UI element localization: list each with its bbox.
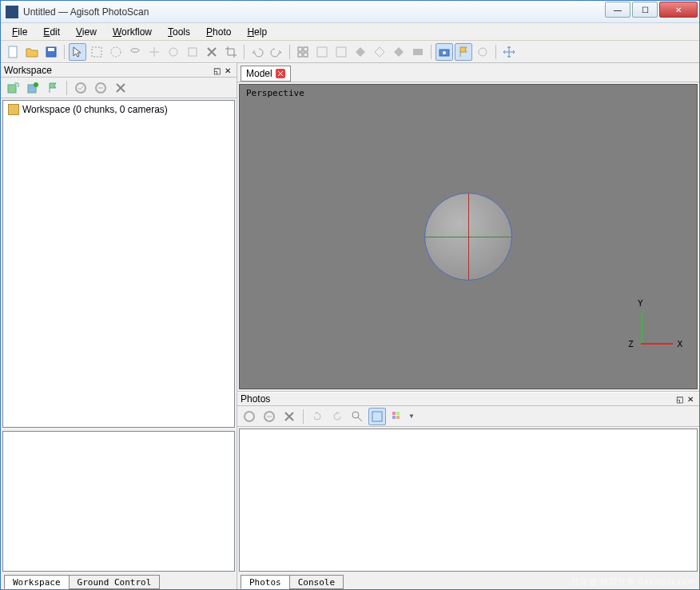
delete-icon[interactable] [203,43,221,61]
panel-undock-icon[interactable]: ◱ [211,66,222,75]
svg-point-25 [352,412,359,418]
axis-z-label: Z [628,339,634,349]
svg-rect-30 [396,416,400,419]
menu-edit[interactable]: Edit [37,25,66,39]
svg-rect-9 [298,53,302,57]
rect-select-icon[interactable] [88,43,105,61]
ph-thumbs-icon[interactable] [388,408,406,425]
model-tabbar: Model [237,63,699,82]
maximize-button[interactable]: ☐ [632,2,658,18]
menu-photo[interactable]: Photo [200,25,237,39]
view-icon-3[interactable] [352,43,369,61]
view-icon-6[interactable] [409,43,427,61]
svg-point-15 [443,51,446,54]
save-icon[interactable] [42,43,60,61]
svg-point-16 [479,48,487,56]
flag-icon[interactable] [455,43,472,61]
svg-point-19 [34,82,38,87]
menu-view[interactable]: View [70,25,103,39]
menubar: File Edit View Workflow Tools Photo Help [1,23,699,41]
viewport-3d[interactable]: Perspective Y X Z [239,84,698,389]
ws-delete-icon[interactable] [112,79,129,97]
ph-enable-icon[interactable] [241,408,258,425]
panel-close-icon[interactable]: ✕ [222,66,233,75]
svg-rect-6 [189,48,197,56]
ph-delete-icon[interactable] [280,408,298,425]
workspace-panel-header: Workspace ◱ ✕ [1,63,237,78]
tree-root-item[interactable]: Workspace (0 chunks, 0 cameras) [6,102,231,117]
svg-rect-11 [317,47,327,57]
pointer-icon[interactable] [69,43,86,61]
add-photos-icon[interactable] [24,79,42,97]
svg-rect-0 [9,46,17,58]
view-icon-7[interactable] [474,43,491,61]
svg-point-5 [169,48,177,56]
workspace-tree[interactable]: Workspace (0 chunks, 0 cameras) [2,100,235,428]
photos-undock-icon[interactable]: ◱ [674,395,685,404]
properties-panel [2,431,235,572]
app-window: Untitled — Agisoft PhotoScan — ☐ ✕ File … [0,0,700,590]
menu-file[interactable]: File [6,25,34,39]
circle-select-icon[interactable] [107,43,125,61]
svg-rect-10 [304,53,308,57]
window-title: Untitled — Agisoft PhotoScan [23,6,605,18]
view-icon-5[interactable] [390,43,408,61]
menu-help[interactable]: Help [241,25,273,39]
redo-icon[interactable] [268,43,285,61]
tab-workspace[interactable]: Workspace [4,575,70,589]
tab-close-icon[interactable] [276,69,285,78]
photos-list[interactable] [239,429,698,572]
move-icon[interactable] [500,43,518,61]
ph-rotate-right-icon[interactable] [328,408,346,425]
crop-icon[interactable] [222,43,240,61]
svg-rect-26 [372,412,382,421]
disable-icon[interactable] [92,79,109,97]
grid-icon[interactable] [294,43,312,61]
chevron-down-icon[interactable]: ▼ [408,413,415,420]
close-button[interactable]: ✕ [659,2,698,18]
tab-console[interactable]: Console [289,575,344,589]
tool-icon-2[interactable] [165,43,182,61]
ph-find-icon[interactable] [348,408,366,425]
menu-workflow[interactable]: Workflow [106,25,158,39]
add-chunk-icon[interactable] [4,79,22,97]
ph-disable-icon[interactable] [261,408,278,425]
add-folder-icon[interactable] [44,79,62,97]
view-icon-1[interactable] [313,43,331,61]
watermark: 打印派 模型分享 dayinpai.com [571,576,695,588]
new-icon[interactable] [4,43,22,61]
lasso-select-icon[interactable] [126,43,144,61]
view-icon-4[interactable] [371,43,388,61]
photos-close-icon[interactable]: ✕ [685,395,696,404]
tab-ground-control[interactable]: Ground Control [69,575,161,589]
ph-details-icon[interactable] [368,408,386,425]
svg-rect-27 [392,412,396,415]
tab-model[interactable]: Model [241,66,291,82]
svg-rect-29 [392,416,396,419]
minimize-button[interactable]: — [605,2,630,18]
workspace-icon [8,104,19,115]
svg-rect-7 [298,47,302,51]
axis-x-label: X [677,339,682,349]
undo-icon[interactable] [249,43,266,61]
axis-y-label: Y [638,298,643,309]
ph-rotate-left-icon[interactable] [308,408,326,425]
svg-rect-8 [304,47,308,51]
svg-rect-28 [396,412,400,415]
workspace-toolbar [1,78,237,98]
photos-toolbar: ▼ [237,406,699,427]
open-icon[interactable] [23,43,41,61]
tool-icon-3[interactable] [184,43,201,61]
left-tabs: Workspace Ground Control [1,573,237,589]
tool-icon-1[interactable] [145,43,163,61]
viewport-label: Perspective [246,88,304,98]
view-icon-2[interactable] [332,43,350,61]
enable-icon[interactable] [72,79,89,97]
photos-panel-header: Photos ◱ ✕ [237,392,699,406]
menu-tools[interactable]: Tools [161,25,197,39]
tab-photos[interactable]: Photos [241,575,290,589]
camera-icon[interactable] [436,43,453,61]
trackball-gizmo[interactable] [424,193,512,281]
svg-rect-2 [48,48,54,51]
titlebar[interactable]: Untitled — Agisoft PhotoScan — ☐ ✕ [1,1,699,23]
